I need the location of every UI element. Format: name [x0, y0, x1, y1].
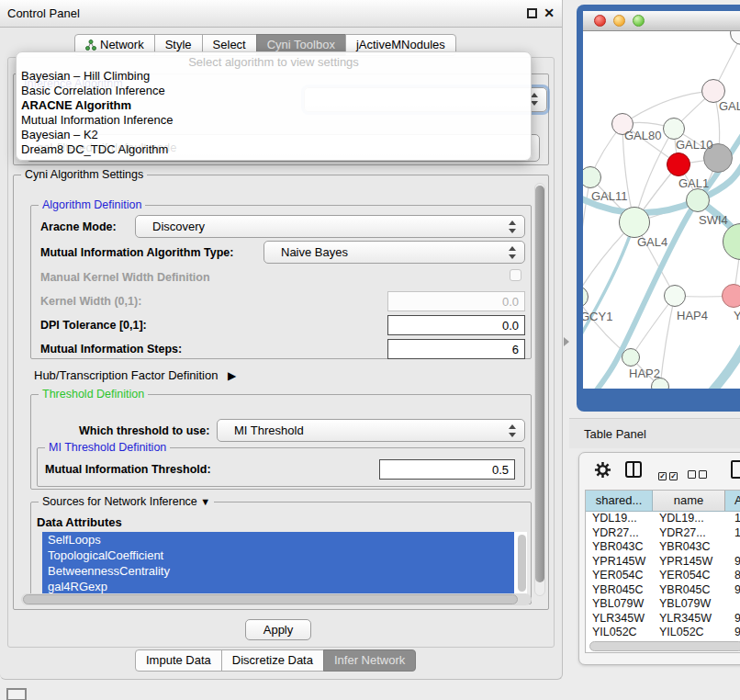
close-traffic-light[interactable] [594, 15, 606, 27]
algorithm-popup: Select algorithm to view settings Bayesi… [16, 51, 532, 161]
table-panel-card: ✓✓ shared... name A YDL19...YDL19...13 Y… [578, 452, 740, 665]
list-item[interactable]: TopologicalCoefficient [42, 548, 514, 563]
node-label: GAL11 [591, 189, 628, 203]
table-row[interactable]: YBR045CYBR045C9. [586, 583, 740, 598]
checked-box-icon: ✓ [658, 472, 667, 480]
node-gal10[interactable] [663, 118, 685, 140]
node-label: GAL4 [637, 235, 667, 249]
table-panel-title: Table Panel [584, 427, 646, 441]
popup-item-bayesian-k2[interactable]: Bayesian – K2 [17, 128, 531, 142]
tab-discretize-data[interactable]: Discretize Data [221, 649, 324, 672]
control-panel-titlebar: Control Panel ✕ [0, 0, 562, 28]
mi-steps-field[interactable] [387, 339, 525, 359]
unchecked-box-icon [688, 470, 696, 479]
select-all-icon[interactable]: ✓✓ [658, 466, 680, 482]
tab-label: jActiveMNodules [356, 38, 445, 51]
float-panel-icon[interactable] [527, 8, 537, 18]
table-row[interactable]: YIL052CYIL052C9 [586, 626, 740, 639]
node-gal1-selected[interactable] [667, 152, 690, 176]
apply-button[interactable]: Apply [245, 619, 311, 640]
table-row[interactable]: YBL079WYBL079W [586, 597, 740, 612]
dpi-tolerance-field[interactable] [387, 315, 525, 335]
popup-item-bayesian-hill-climbing[interactable]: Bayesian – Hill Climbing [17, 69, 531, 84]
table-row[interactable]: YDL19...YDL19...13 [586, 512, 740, 526]
node-label: SWI4 [699, 213, 728, 227]
unchecked-box-icon [699, 470, 707, 479]
tab-infer-network[interactable]: Infer Network [323, 649, 416, 672]
network-view-window[interactable]: GAL GAL80 GAL10 GAL1 GAL11 SWI4 GAL4 HAP… [577, 5, 740, 412]
algorithm-definition-group: Algorithm Definition Aracne Mode: Discov… [30, 205, 532, 359]
node-swi4[interactable] [686, 188, 710, 212]
node-hap4[interactable] [664, 285, 686, 307]
hub-definition-disclosure[interactable]: Hub/Transcription Factor Definition ▶ [34, 368, 236, 382]
table-horizontal-scrollbar[interactable] [589, 641, 740, 651]
data-attributes-label: Data Attributes [37, 515, 122, 529]
list-item[interactable]: BetweennessCentrality [42, 563, 514, 579]
network-canvas[interactable]: GAL GAL80 GAL10 GAL1 GAL11 SWI4 GAL4 HAP… [583, 31, 740, 389]
threshold-definition-group: Threshold Definition Which threshold to … [30, 394, 532, 490]
close-icon[interactable]: ✕ [544, 6, 555, 20]
aracne-mode-combobox[interactable]: Discovery [135, 215, 525, 238]
column-header-shared[interactable]: shared... [586, 491, 653, 511]
popup-item-basic-correlation[interactable]: Basic Correlation Inference [17, 84, 531, 98]
dpi-tolerance-label: DPI Tolerance [0,1]: [40, 319, 147, 332]
list-scrollbar-thumb[interactable] [518, 535, 526, 592]
deselect-all-icon[interactable] [688, 466, 710, 482]
popup-hint: Select algorithm to view settings [17, 55, 531, 69]
settings-vertical-scrollbar[interactable] [534, 183, 545, 596]
table-row[interactable]: YPR145WYPR145W9. [586, 555, 740, 570]
mi-type-combobox[interactable]: Naive Bayes [263, 241, 525, 264]
column-header-name[interactable]: name [653, 491, 725, 511]
popup-item-dream8[interactable]: Dream8 DC_TDC Algorithm [17, 142, 531, 157]
network-window-titlebar[interactable] [583, 11, 740, 31]
split-view-icon[interactable] [625, 461, 642, 478]
tab-label: Style [165, 38, 192, 51]
popup-item-mutual-information[interactable]: Mutual Information Inference [17, 113, 531, 128]
popup-item-aracne[interactable]: ARACNE Algorithm [17, 98, 531, 113]
mi-threshold-field[interactable] [379, 459, 515, 480]
splitter-collapse-arrow[interactable] [564, 337, 569, 346]
tab-label: Discretize Data [232, 653, 313, 667]
minimize-traffic-light[interactable] [613, 15, 625, 27]
list-item[interactable]: gal4RGexp [42, 579, 514, 594]
chevron-updown-icon [509, 220, 516, 233]
tab-label: Infer Network [334, 653, 405, 667]
mi-threshold-definition-title: MI Threshold Definition [45, 441, 170, 454]
node-pink-right[interactable] [722, 284, 740, 308]
settings-horizontal-scrollbar[interactable] [21, 593, 532, 605]
cyni-algorithm-settings-group: Cyni Algorithm Settings Algorithm Defini… [13, 175, 549, 610]
table-row[interactable]: YLR345WYLR345W9. [586, 612, 740, 627]
desktop: Control Panel ✕ Network Style Select Cyn… [0, 0, 740, 700]
scrollbar-thumb[interactable] [23, 594, 518, 604]
table-row[interactable]: YBR043CYBR043C [586, 540, 740, 555]
manual-kernel-checkbox[interactable] [510, 269, 521, 281]
which-threshold-combobox[interactable]: MI Threshold [217, 419, 525, 442]
disclosure-right-icon: ▶ [228, 369, 236, 382]
gear-icon[interactable] [594, 461, 611, 479]
table-header-row: shared... name A [586, 491, 740, 512]
network-icon [85, 40, 96, 51]
control-panel-window: Control Panel ✕ Network Style Select Cyn… [0, 0, 563, 680]
table-row[interactable]: YER054CYER054C8. [586, 569, 740, 583]
zoom-traffic-light[interactable] [633, 15, 645, 27]
chevron-updown-icon [509, 424, 516, 437]
hub-definition-label: Hub/Transcription Factor Definition [34, 368, 218, 382]
data-attributes-list: SelfLoops TopologicalCoefficient Between… [42, 532, 527, 596]
table-rows: YDL19...YDL19...13 YDR27...YDR27...12 YB… [586, 512, 740, 639]
list-item[interactable]: SelfLoops [42, 532, 514, 548]
scrollbar-thumb[interactable] [535, 186, 544, 582]
checked-box-icon: ✓ [669, 472, 678, 480]
sources-title[interactable]: Sources for Network Inference ▼ [39, 495, 214, 508]
column-header-a[interactable]: A [725, 491, 740, 511]
node-hap2[interactable] [622, 348, 640, 367]
node-label: GAL10 [676, 138, 712, 152]
node-label: Y [734, 309, 740, 322]
table-row[interactable]: YDR27...YDR27...12 [586, 526, 740, 541]
sources-title-label: Sources for Network Inference [42, 495, 197, 508]
kernel-width-field[interactable] [387, 291, 525, 311]
tab-impute-data[interactable]: Impute Data [135, 649, 222, 672]
file-icon[interactable] [731, 460, 740, 479]
node-gal4[interactable] [619, 207, 650, 238]
mi-threshold-label: Mutual Information Threshold: [45, 463, 211, 476]
minimized-panel-icon[interactable] [6, 688, 27, 700]
